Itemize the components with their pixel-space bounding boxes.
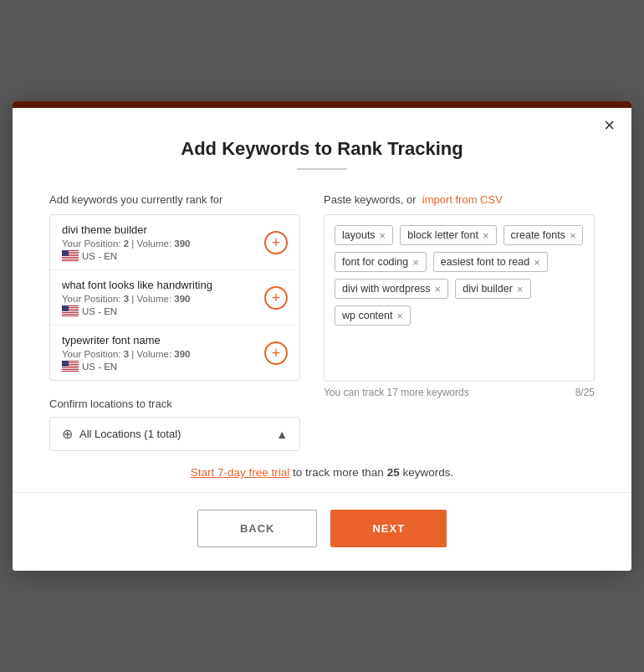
tag-remove-divi-with-wordpress[interactable]: ×	[435, 284, 442, 295]
svg-rect-14	[62, 315, 79, 315]
location-dropdown[interactable]: ⊕ All Locations (1 total) ▲	[49, 417, 300, 451]
tag-label: divi with wordpress	[342, 283, 431, 295]
tag-remove-easiest-font-to-read[interactable]: ×	[534, 257, 540, 268]
tag-label: block letter font	[407, 229, 478, 241]
svg-rect-23	[62, 361, 69, 367]
modal-body: Add Keywords to Rank Tracking Add keywor…	[13, 108, 631, 492]
right-col-label: Paste keywords, or import from CSV	[324, 193, 595, 206]
next-button[interactable]: NEXT	[330, 510, 447, 547]
trial-link[interactable]: Start 7-day free trial	[191, 466, 290, 479]
tag-remove-wp-content[interactable]: ×	[396, 310, 403, 321]
svg-rect-13	[62, 313, 79, 314]
tag-divi-with-wordpress: divi with wordpress ×	[335, 279, 448, 299]
location-section: Confirm locations to track ⊕ All Locatio…	[49, 398, 300, 451]
tag-wp-content: wp content ×	[335, 305, 411, 326]
tag-remove-create-fonts[interactable]: ×	[570, 230, 576, 241]
svg-rect-22	[62, 370, 79, 371]
modal-header-bar	[13, 101, 631, 108]
tags-row: layouts × block letter font × create fon…	[335, 225, 584, 326]
left-col-label: Add keywords you currently rank for	[49, 193, 300, 206]
location-label: Confirm locations to track	[49, 398, 300, 410]
modal: × Add Keywords to Rank Tracking Add keyw…	[13, 101, 631, 571]
keyword-info: what font looks like handwriting Your Po…	[62, 279, 212, 316]
location-value: All Locations (1 total)	[79, 428, 181, 440]
paste-footer: You can track 17 more keywords 8/25	[324, 382, 595, 398]
keyword-location: US - EN	[62, 305, 212, 316]
keyword-name: what font looks like handwriting	[62, 279, 212, 291]
svg-rect-7	[62, 250, 69, 256]
tag-remove-font-for-coding[interactable]: ×	[412, 257, 419, 268]
trial-bold-number: 25	[387, 466, 400, 479]
svg-rect-12	[62, 311, 79, 312]
keyword-location: US - EN	[62, 361, 190, 372]
svg-rect-20	[62, 367, 79, 367]
keyword-item[interactable]: divi theme builder Your Position: 2 | Vo…	[50, 215, 299, 270]
tag-create-fonts: create fonts ×	[503, 225, 584, 245]
tag-remove-divi-builder[interactable]: ×	[517, 284, 524, 295]
modal-title: Add Keywords to Rank Tracking	[49, 138, 595, 160]
location-text: US - EN	[82, 362, 117, 372]
right-column: Paste keywords, or import from CSV layou…	[324, 193, 595, 451]
svg-rect-5	[62, 258, 79, 259]
keyword-item[interactable]: what font looks like handwriting Your Po…	[50, 270, 299, 326]
tag-font-for-coding: font for coding ×	[335, 252, 427, 272]
keyword-meta: Your Position: 3 | Volume: 390	[62, 294, 212, 304]
trial-end-text: keywords.	[402, 466, 453, 479]
import-csv-link[interactable]: import from CSV	[422, 193, 503, 206]
left-column: Add keywords you currently rank for divi…	[49, 193, 300, 451]
tag-label: layouts	[342, 229, 376, 241]
location-text: US - EN	[82, 306, 117, 316]
two-column-layout: Add keywords you currently rank for divi…	[49, 193, 595, 451]
modal-footer: BACK NEXT	[13, 492, 631, 571]
us-flag-icon	[62, 250, 79, 261]
tag-remove-block-letter-font[interactable]: ×	[483, 230, 489, 241]
add-keyword-button-1[interactable]: +	[264, 286, 288, 310]
svg-rect-15	[62, 305, 69, 311]
keyword-meta: Your Position: 3 | Volume: 390	[62, 349, 190, 359]
keyword-list: divi theme builder Your Position: 2 | Vo…	[49, 214, 300, 381]
location-text: US - EN	[82, 251, 117, 261]
tag-label: divi builder	[463, 283, 513, 295]
svg-rect-6	[62, 259, 79, 260]
us-flag-icon	[62, 361, 79, 372]
tag-remove-layouts[interactable]: ×	[380, 230, 386, 241]
trial-banner: Start 7-day free trial to track more tha…	[49, 451, 595, 492]
back-button[interactable]: BACK	[197, 510, 318, 547]
add-keyword-button-2[interactable]: +	[264, 341, 288, 365]
globe-icon: ⊕	[62, 426, 73, 442]
tag-label: font for coding	[342, 256, 408, 268]
keyword-location: US - EN	[62, 250, 190, 261]
chevron-up-icon: ▲	[276, 428, 288, 441]
svg-rect-4	[62, 256, 79, 257]
keyword-item[interactable]: typewriter font name Your Position: 3 | …	[50, 326, 299, 380]
close-button[interactable]: ×	[604, 116, 615, 135]
location-left: ⊕ All Locations (1 total)	[62, 426, 181, 442]
tag-label: create fonts	[511, 229, 565, 241]
tag-easiest-font-to-read: easiest font to read ×	[433, 252, 548, 272]
us-flag-icon	[62, 305, 79, 316]
keyword-name: typewriter font name	[62, 334, 190, 346]
tag-label: easiest font to read	[441, 256, 529, 268]
svg-rect-21	[62, 368, 79, 369]
tag-divi-builder: divi builder ×	[455, 279, 530, 299]
keyword-info: typewriter font name Your Position: 3 | …	[62, 334, 190, 372]
trial-rest-text: to track more than	[293, 466, 387, 479]
paste-area[interactable]: layouts × block letter font × create fon…	[324, 214, 595, 382]
keyword-info: divi theme builder Your Position: 2 | Vo…	[62, 223, 190, 261]
keyword-meta: Your Position: 2 | Volume: 390	[62, 239, 190, 249]
title-divider	[297, 168, 347, 170]
track-count: 8/25	[575, 387, 595, 398]
tag-label: wp content	[342, 310, 392, 321]
tag-block-letter-font: block letter font ×	[400, 225, 496, 245]
keyword-name: divi theme builder	[62, 223, 190, 236]
track-hint: You can track 17 more keywords	[324, 387, 469, 398]
tag-layouts: layouts ×	[335, 225, 393, 245]
add-keyword-button-0[interactable]: +	[264, 231, 288, 254]
